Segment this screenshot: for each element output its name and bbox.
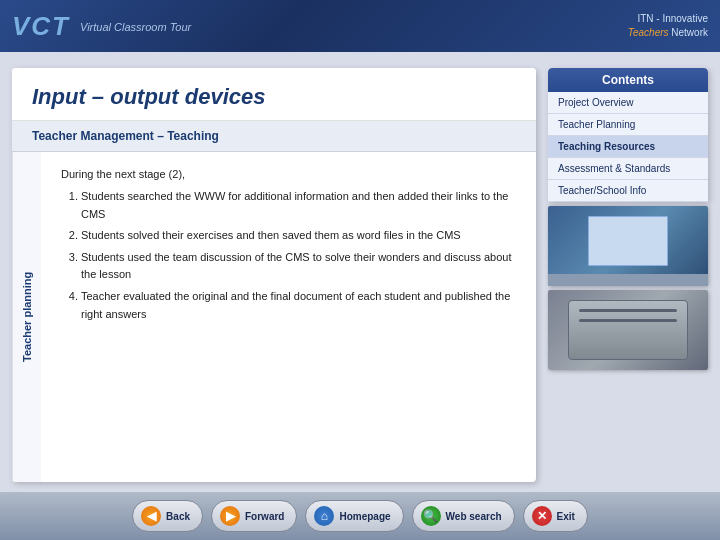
- homepage-label: Homepage: [339, 511, 390, 522]
- section-header: Teacher Management – Teaching: [12, 121, 536, 152]
- steps-list: Students searched the WWW for additional…: [61, 188, 516, 323]
- exit-button[interactable]: ✕ Exit: [523, 500, 588, 532]
- itn-logo: ITN - Innovative Teachers Network: [628, 12, 708, 40]
- sidebar-image-hardware: [548, 290, 708, 370]
- list-item: Students solved their exercises and then…: [81, 227, 516, 245]
- right-sidebar: Contents Project Overview Teacher Planni…: [548, 68, 708, 482]
- back-label: Back: [166, 511, 190, 522]
- forward-arrow-icon: ▶: [220, 506, 240, 526]
- screen-content: [588, 216, 668, 266]
- sidebar-image-screen: [548, 206, 708, 286]
- menu-item-assessment-standards[interactable]: Assessment & Standards: [548, 158, 708, 180]
- screen-image: [548, 206, 708, 286]
- hardware-image: [548, 290, 708, 370]
- back-arrow-icon: ◀: [141, 506, 161, 526]
- contents-box: Contents Project Overview Teacher Planni…: [548, 68, 708, 202]
- itn-brand: Teachers Network: [628, 26, 708, 40]
- contents-menu: Project Overview Teacher Planning Teachi…: [548, 92, 708, 202]
- footer: ◀ Back ▶ Forward ⌂ Homepage 🔍 Web search…: [0, 492, 720, 540]
- page-title: Input – output devices: [12, 68, 536, 121]
- contents-header: Contents: [548, 68, 708, 92]
- list-item: Students used the team discussion of the…: [81, 249, 516, 284]
- websearch-label: Web search: [446, 511, 502, 522]
- homepage-icon: ⌂: [314, 506, 334, 526]
- list-item: Students searched the WWW for additional…: [81, 188, 516, 223]
- vct-logo: VCT: [12, 11, 70, 42]
- menu-item-teacher-school-info[interactable]: Teacher/School Info: [548, 180, 708, 202]
- header: VCT Virtual Classroom Tour ITN - Innovat…: [0, 0, 720, 52]
- websearch-icon: 🔍: [421, 506, 441, 526]
- content-body: Teacher planning During the next stage (…: [12, 152, 536, 482]
- forward-label: Forward: [245, 511, 284, 522]
- header-right: ITN - Innovative Teachers Network: [628, 12, 708, 40]
- websearch-button[interactable]: 🔍 Web search: [412, 500, 515, 532]
- header-left: VCT Virtual Classroom Tour: [12, 11, 191, 42]
- during-text: During the next stage (2),: [61, 168, 516, 180]
- main-text: During the next stage (2), Students sear…: [41, 152, 536, 482]
- forward-button[interactable]: ▶ Forward: [211, 500, 297, 532]
- homepage-button[interactable]: ⌂ Homepage: [305, 500, 403, 532]
- menu-item-project-overview[interactable]: Project Overview: [548, 92, 708, 114]
- exit-label: Exit: [557, 511, 575, 522]
- menu-item-teaching-resources[interactable]: Teaching Resources: [548, 136, 708, 158]
- teacher-planning-label: Teacher planning: [12, 152, 41, 482]
- exit-icon: ✕: [532, 506, 552, 526]
- vct-subtitle: Virtual Classroom Tour: [80, 21, 191, 33]
- main-area: Input – output devices Teacher Managemen…: [0, 52, 720, 492]
- itn-prefix: ITN - Innovative: [628, 12, 708, 26]
- content-area: Input – output devices Teacher Managemen…: [12, 68, 536, 482]
- list-item: Teacher evaluated the original and the f…: [81, 288, 516, 323]
- itn-network: Network: [671, 27, 708, 38]
- menu-item-teacher-planning[interactable]: Teacher Planning: [548, 114, 708, 136]
- back-button[interactable]: ◀ Back: [132, 500, 203, 532]
- hardware-shape: [568, 300, 688, 360]
- sidebar-images: [548, 206, 708, 370]
- itn-teachers: Teachers: [628, 27, 669, 38]
